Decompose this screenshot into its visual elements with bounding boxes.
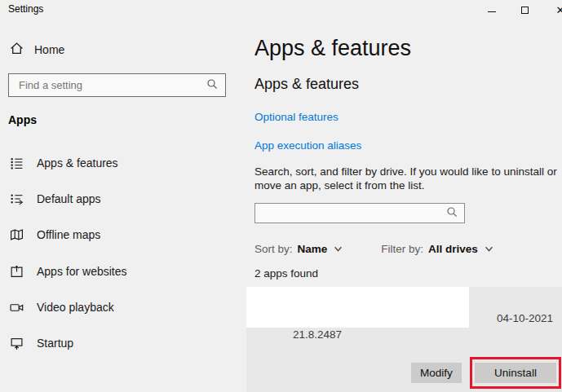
app-search-input[interactable]	[255, 207, 446, 219]
sidebar-item-video-playback[interactable]: Video playback	[0, 291, 231, 324]
offline-maps-icon	[9, 227, 24, 242]
sidebar-item-offline-maps[interactable]: Offline maps	[0, 218, 231, 251]
modify-button[interactable]: Modify	[411, 363, 462, 383]
app-list-item-expanded[interactable]: 04-10-2021 21.8.2487 Modify Uninstall	[246, 287, 562, 392]
app-version: 21.8.2487	[293, 328, 342, 341]
page-title: Apps & features	[254, 36, 411, 61]
maximize-button[interactable]	[509, 0, 540, 20]
description-text: Search, sort, and filter by drive. If yo…	[254, 165, 557, 192]
filter-by-dropdown[interactable]: Filter by: All drives	[381, 243, 493, 255]
filter-by-label: Filter by:	[381, 243, 423, 255]
sidebar-item-label: Offline maps	[37, 228, 100, 241]
red-highlight-annotation: Uninstall	[470, 357, 561, 389]
sidebar-item-label: Default apps	[37, 192, 101, 205]
minimize-icon	[488, 11, 496, 12]
sidebar-item-label: Startup	[37, 337, 73, 350]
default-apps-icon	[9, 192, 24, 206]
sort-by-dropdown[interactable]: Sort by: Name	[254, 243, 343, 255]
sidebar-item-apps-for-websites[interactable]: Apps for websites	[0, 255, 231, 288]
minimize-button[interactable]	[476, 0, 507, 20]
sidebar-item-startup[interactable]: Startup	[0, 327, 231, 359]
home-icon	[10, 42, 24, 58]
app-execution-aliases-link[interactable]: App execution aliases	[254, 139, 361, 152]
apps-for-websites-icon	[9, 264, 24, 279]
sidebar-search-input[interactable]	[9, 79, 206, 91]
sidebar-item-label: Home	[34, 43, 64, 56]
sidebar-item-apps-features[interactable]: Apps & features	[0, 147, 231, 179]
sort-filter-row: Sort by: Name Filter by: All drives	[254, 242, 493, 255]
section-title: Apps & features	[254, 76, 359, 93]
window-title: Settings	[8, 3, 43, 15]
titlebar: Settings ✕	[0, 0, 562, 24]
search-icon	[446, 206, 458, 221]
maximize-icon	[521, 7, 529, 14]
app-name-redacted-area	[246, 287, 469, 328]
sidebar-item-home[interactable]: Home	[10, 41, 64, 59]
settings-window: Settings ✕ Home	[0, 0, 562, 392]
search-icon	[206, 78, 218, 93]
sidebar-search-box	[8, 73, 226, 97]
sidebar-item-default-apps[interactable]: Default apps	[0, 183, 231, 215]
close-icon: ✕	[556, 4, 562, 16]
app-install-date: 04-10-2021	[497, 312, 553, 324]
sidebar-section-header: Apps	[8, 113, 37, 126]
startup-icon	[9, 336, 24, 350]
sort-by-label: Sort by:	[254, 243, 293, 255]
uninstall-button[interactable]: Uninstall	[475, 363, 556, 383]
chevron-down-icon	[485, 244, 493, 253]
close-button[interactable]: ✕	[545, 0, 562, 20]
filter-by-value: All drives	[428, 243, 478, 255]
chevron-down-icon	[334, 244, 343, 253]
sidebar-item-label: Apps & features	[37, 156, 118, 170]
optional-features-link[interactable]: Optional features	[254, 111, 339, 123]
sidebar-item-label: Apps for websites	[37, 265, 127, 278]
video-playback-icon	[9, 300, 24, 315]
sort-by-value: Name	[298, 243, 328, 255]
sidebar-item-label: Video playback	[37, 301, 114, 314]
app-search-box	[254, 203, 465, 223]
apps-features-icon	[9, 156, 24, 170]
apps-found-count: 2 apps found	[254, 267, 318, 280]
